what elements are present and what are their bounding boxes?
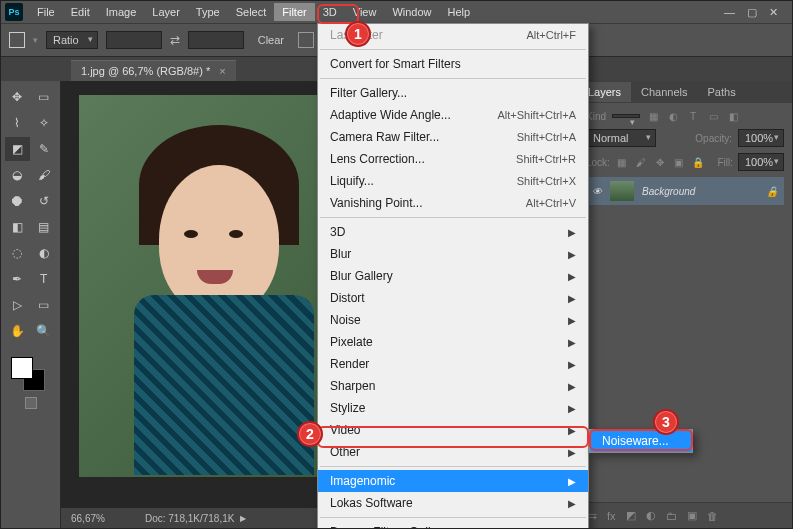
- menu-item-stylize[interactable]: Stylize▶: [318, 397, 588, 419]
- type-tool[interactable]: T: [32, 267, 57, 291]
- menu-item-blur-gallery[interactable]: Blur Gallery▶: [318, 265, 588, 287]
- tab-paths[interactable]: Paths: [698, 82, 746, 102]
- marquee-tool[interactable]: ▭: [32, 85, 57, 109]
- shape-tool[interactable]: ▭: [32, 293, 57, 317]
- menu-item-3d[interactable]: 3D▶: [318, 221, 588, 243]
- document-tab[interactable]: 1.jpg @ 66,7% (RGB/8#) * ×: [71, 60, 236, 81]
- crop-tool[interactable]: ◩: [5, 137, 30, 161]
- close-icon[interactable]: ✕: [769, 6, 778, 19]
- filter-pixel-icon[interactable]: ▦: [646, 109, 660, 123]
- menu-item-vanishing-point[interactable]: Vanishing Point...Alt+Ctrl+V: [318, 192, 588, 214]
- menu-type[interactable]: Type: [188, 3, 228, 21]
- new-layer-icon[interactable]: ▣: [687, 509, 697, 522]
- tab-channels[interactable]: Channels: [631, 82, 697, 102]
- blur-tool[interactable]: ◌: [5, 241, 30, 265]
- stamp-tool[interactable]: ⯃: [5, 189, 30, 213]
- menu-item-sharpen[interactable]: Sharpen▶: [318, 375, 588, 397]
- move-tool[interactable]: ✥: [5, 85, 30, 109]
- crop-height-field[interactable]: [188, 31, 244, 49]
- menu-item-blur[interactable]: Blur▶: [318, 243, 588, 265]
- zoom-tool[interactable]: 🔍: [32, 319, 57, 343]
- dodge-tool[interactable]: ◐: [32, 241, 57, 265]
- menu-select[interactable]: Select: [228, 3, 275, 21]
- maximize-icon[interactable]: ▢: [747, 6, 757, 19]
- eyedropper-tool[interactable]: ✎: [32, 137, 57, 161]
- chevron-down-icon[interactable]: ▾: [33, 35, 38, 45]
- menu-item-distort[interactable]: Distort▶: [318, 287, 588, 309]
- blend-mode-select[interactable]: Normal: [586, 129, 656, 147]
- fx-icon[interactable]: fx: [607, 510, 616, 522]
- menu-help[interactable]: Help: [440, 3, 479, 21]
- menu-item-camera-raw[interactable]: Camera Raw Filter...Shift+Ctrl+A: [318, 126, 588, 148]
- menu-item-convert-smart[interactable]: Convert for Smart Filters: [318, 53, 588, 75]
- healing-tool[interactable]: ◒: [5, 163, 30, 187]
- mask-icon[interactable]: ◩: [626, 509, 636, 522]
- adjustment-icon[interactable]: ◐: [646, 509, 656, 522]
- layer-row[interactable]: 👁 Background 🔒: [586, 177, 784, 205]
- menu-window[interactable]: Window: [384, 3, 439, 21]
- gradient-tool[interactable]: ▤: [32, 215, 57, 239]
- menu-item-noise[interactable]: Noise▶: [318, 309, 588, 331]
- lasso-tool[interactable]: ⌇: [5, 111, 30, 135]
- doc-size[interactable]: Doc: 718,1K/718,1K: [145, 513, 235, 524]
- menu-item-lokas-software[interactable]: Lokas Software▶: [318, 492, 588, 514]
- menu-item-filter-gallery[interactable]: Filter Gallery...: [318, 82, 588, 104]
- status-menu-icon[interactable]: ▶: [240, 514, 246, 523]
- color-swatches[interactable]: [5, 353, 56, 399]
- clear-button[interactable]: Clear: [252, 32, 290, 48]
- menu-edit[interactable]: Edit: [63, 3, 98, 21]
- visibility-icon[interactable]: 👁: [592, 186, 602, 197]
- menu-filter[interactable]: Filter: [274, 3, 314, 21]
- lock-image-icon[interactable]: 🖌: [634, 155, 648, 169]
- menu-image[interactable]: Image: [98, 3, 145, 21]
- path-select-tool[interactable]: ▷: [5, 293, 30, 317]
- history-brush-tool[interactable]: ↺: [32, 189, 57, 213]
- foreground-color-swatch[interactable]: [11, 357, 33, 379]
- menu-item-liquify[interactable]: Liquify...Shift+Ctrl+X: [318, 170, 588, 192]
- pen-tool[interactable]: ✒: [5, 267, 30, 291]
- fill-field[interactable]: 100%: [738, 153, 784, 171]
- layer-thumbnail[interactable]: [610, 181, 634, 201]
- brush-tool[interactable]: 🖌: [32, 163, 57, 187]
- ratio-select[interactable]: Ratio: [46, 31, 98, 49]
- menu-file[interactable]: File: [29, 3, 63, 21]
- menu-item-browse-online[interactable]: Browse Filters Online...: [318, 521, 588, 529]
- menu-item-render[interactable]: Render▶: [318, 353, 588, 375]
- swap-icon[interactable]: ⇄: [170, 33, 180, 47]
- filter-type-icon[interactable]: T: [686, 109, 700, 123]
- menu-item-imagenomic[interactable]: Imagenomic▶: [318, 470, 588, 492]
- zoom-level[interactable]: 66,67%: [71, 513, 105, 524]
- submenu-item-noiseware[interactable]: Noiseware...: [590, 430, 692, 452]
- kind-select[interactable]: [612, 114, 640, 118]
- close-tab-icon[interactable]: ×: [219, 65, 225, 77]
- quick-select-tool[interactable]: ✧: [32, 111, 57, 135]
- eraser-tool[interactable]: ◧: [5, 215, 30, 239]
- menu-item-label: Vanishing Point...: [330, 196, 423, 210]
- filter-shape-icon[interactable]: ▭: [706, 109, 720, 123]
- menu-item-label: Convert for Smart Filters: [330, 57, 461, 71]
- menu-item-lens-correction[interactable]: Lens Correction...Shift+Ctrl+R: [318, 148, 588, 170]
- menu-item-label: Filter Gallery...: [330, 86, 407, 100]
- menu-item-other[interactable]: Other▶: [318, 441, 588, 463]
- crop-width-field[interactable]: [106, 31, 162, 49]
- menu-item-adaptive-wide-angle[interactable]: Adaptive Wide Angle...Alt+Shift+Ctrl+A: [318, 104, 588, 126]
- lock-position-icon[interactable]: ✥: [653, 155, 667, 169]
- menu-view[interactable]: View: [345, 3, 385, 21]
- lock-artboard-icon[interactable]: ▣: [672, 155, 686, 169]
- menu-item-pixelate[interactable]: Pixelate▶: [318, 331, 588, 353]
- group-icon[interactable]: 🗀: [666, 510, 677, 522]
- minimize-icon[interactable]: —: [724, 6, 735, 19]
- menu-layer[interactable]: Layer: [144, 3, 188, 21]
- trash-icon[interactable]: 🗑: [707, 510, 718, 522]
- lock-transparent-icon[interactable]: ▦: [615, 155, 629, 169]
- filter-smart-icon[interactable]: ◧: [726, 109, 740, 123]
- opacity-field[interactable]: 100%: [738, 129, 784, 147]
- layer-lock-icon[interactable]: 🔒: [766, 186, 778, 197]
- menu-item-video[interactable]: Video▶: [318, 419, 588, 441]
- menu-3d[interactable]: 3D: [315, 3, 345, 21]
- lock-all-icon[interactable]: 🔒: [691, 155, 705, 169]
- straighten-icon[interactable]: [298, 32, 314, 48]
- filter-adjust-icon[interactable]: ◐: [666, 109, 680, 123]
- crop-tool-icon[interactable]: [9, 32, 25, 48]
- hand-tool[interactable]: ✋: [5, 319, 30, 343]
